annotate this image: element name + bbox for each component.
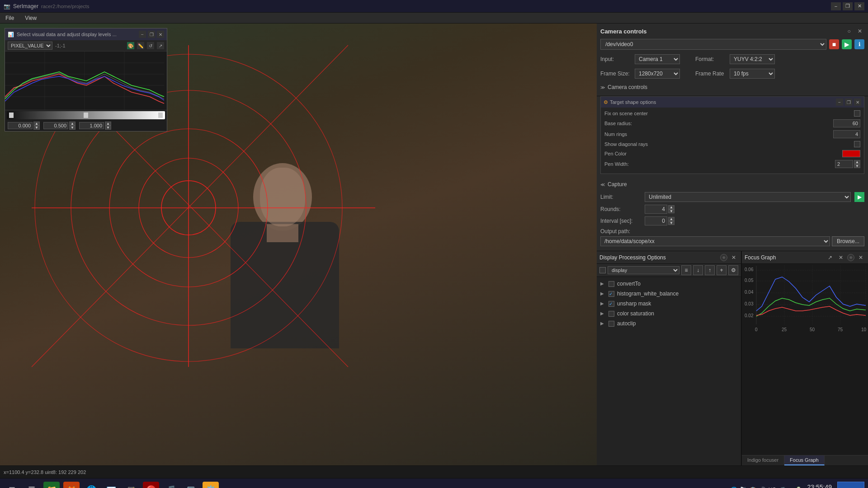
limit-select[interactable]: Unlimited xyxy=(645,192,851,202)
taskbar-icon-music[interactable]: 🎵 xyxy=(163,482,179,488)
fg-export-btn[interactable]: ↗ xyxy=(826,253,835,262)
capture-collapsible[interactable]: ≪ Capture xyxy=(600,179,864,189)
taskbar-icon-files[interactable]: 📁 xyxy=(43,482,60,488)
restore-button[interactable]: ❐ xyxy=(843,2,853,10)
capture-link: Capture xyxy=(608,181,627,188)
taskbar-icon-terminal[interactable]: 💻 xyxy=(183,482,199,488)
device-select[interactable]: /dev/video0 xyxy=(600,39,826,50)
rounds-input[interactable] xyxy=(645,205,667,214)
fg-circle-btn[interactable]: ○ xyxy=(847,254,854,261)
histogram-high-input[interactable] xyxy=(79,122,104,129)
taskbar-icon-settings[interactable]: ⚙️ xyxy=(203,482,219,488)
tree-checkbox-convertto[interactable] xyxy=(609,281,614,287)
info-button[interactable]: ℹ xyxy=(854,39,864,49)
pen-width-down[interactable]: ▼ xyxy=(854,164,860,168)
interval-input[interactable] xyxy=(645,216,667,225)
menu-view[interactable]: View xyxy=(22,14,39,22)
fg-close-btn[interactable]: ✕ xyxy=(856,253,865,262)
rounds-down[interactable]: ▼ xyxy=(668,209,675,213)
fg-tab-indigo[interactable]: Indigo focuser xyxy=(742,455,784,465)
tree-item-histogram-wb[interactable]: ▶ histogram_white_balance xyxy=(597,289,741,299)
histogram-mid-down[interactable]: ▼ xyxy=(69,126,75,130)
histogram-edit-btn[interactable]: ✏️ xyxy=(137,42,144,49)
tray-bluetooth[interactable]: 📡 xyxy=(740,487,747,488)
menu-file[interactable]: File xyxy=(3,14,17,22)
histogram-export-btn[interactable]: ↗ xyxy=(157,42,164,49)
fg-settings-btn[interactable]: ✕ xyxy=(836,253,845,262)
interval-up[interactable]: ▲ xyxy=(668,217,675,221)
camera-controls-close-btn[interactable]: ✕ xyxy=(855,27,864,35)
fg-tab-focus-graph[interactable]: Focus Graph xyxy=(784,455,825,465)
taskbar-icon-email[interactable]: 📧 xyxy=(103,482,119,488)
histogram-slider[interactable] xyxy=(7,111,165,119)
histogram-color-btn[interactable]: 🎨 xyxy=(127,42,134,49)
active-window-preview[interactable] xyxy=(837,482,864,488)
fix-scene-checkbox[interactable] xyxy=(854,110,860,117)
tree-item-color-saturation[interactable]: ▶ color saturation xyxy=(597,309,741,319)
taskbar-icon-firefox[interactable]: 🦊 xyxy=(63,482,80,488)
tree-item-unsharp[interactable]: ▶ unsharp mask xyxy=(597,299,741,309)
capture-play-button[interactable]: ▶ xyxy=(854,192,864,202)
browse-button[interactable]: Browse... xyxy=(832,236,864,246)
framerate-param-select[interactable]: 10 fps xyxy=(730,69,775,79)
dpo-up-btn[interactable]: ↑ xyxy=(705,265,715,275)
histogram-minimize[interactable]: − xyxy=(139,31,146,38)
base-radius-input[interactable] xyxy=(833,119,860,127)
histogram-type-select[interactable]: PIXEL_VALUE xyxy=(8,42,52,50)
dpo-close-btn[interactable]: ✕ xyxy=(729,253,738,262)
tray-expand[interactable]: ∧ xyxy=(788,487,793,488)
histogram-low-input[interactable] xyxy=(8,122,33,129)
rounds-up[interactable]: ▲ xyxy=(668,205,675,209)
taskbar-icon-games[interactable]: 🎮 xyxy=(123,482,139,488)
taskbar-icon-globe[interactable]: 🌐 xyxy=(83,482,99,488)
tree-checkbox-autoclip[interactable] xyxy=(609,321,614,327)
taskbar-icon-tasks[interactable]: ☰ xyxy=(24,482,40,488)
tso-restore[interactable]: ❐ xyxy=(845,99,852,106)
pen-width-up[interactable]: ▲ xyxy=(854,160,860,164)
stop-button[interactable]: ■ xyxy=(829,39,839,49)
tree-item-autoclip[interactable]: ▶ autoclip xyxy=(597,319,741,328)
tree-checkbox-histogram-wb[interactable] xyxy=(609,291,614,297)
format-param-select[interactable]: YUYV 4:2:2 xyxy=(730,54,775,64)
histogram-high-down[interactable]: ▼ xyxy=(105,126,111,130)
num-rings-input[interactable] xyxy=(833,130,860,138)
camera-controls-circle-btn[interactable]: ○ xyxy=(844,27,854,35)
dpo-config-btn[interactable]: ⚙ xyxy=(728,265,738,275)
histogram-high-up[interactable]: ▲ xyxy=(105,122,111,126)
tso-minimize[interactable]: − xyxy=(836,99,843,106)
dpo-display-select[interactable]: display xyxy=(608,266,679,274)
camera-controls-collapsible[interactable]: ≫ Camera controls xyxy=(600,82,864,92)
tray-files-tray[interactable]: 📋 xyxy=(750,487,756,488)
taskbar-icon-media[interactable]: 🔴 xyxy=(143,482,159,488)
framesize-param-select[interactable]: 1280x720 xyxy=(635,69,680,79)
taskbar-icon-start[interactable]: ⊞ xyxy=(4,482,20,488)
tree-checkbox-unsharp[interactable] xyxy=(609,301,614,307)
show-diagonal-checkbox[interactable] xyxy=(854,141,860,147)
close-button[interactable]: ✕ xyxy=(854,2,864,10)
histogram-mid-up[interactable]: ▲ xyxy=(69,122,75,126)
dpo-add-btn[interactable]: + xyxy=(717,265,726,275)
pen-color-swatch[interactable] xyxy=(842,150,860,157)
dpo-list-btn[interactable]: ≡ xyxy=(681,265,691,275)
tray-network[interactable]: 🌐 xyxy=(731,487,737,488)
input-param-select[interactable]: Camera 1 xyxy=(635,54,680,64)
interval-down[interactable]: ▼ xyxy=(668,221,675,225)
dpo-down-btn[interactable]: ↓ xyxy=(693,265,703,275)
tray-volume[interactable]: 🔊 xyxy=(759,487,766,488)
dpo-display-checkbox[interactable] xyxy=(599,267,606,273)
pen-width-input[interactable] xyxy=(835,160,853,168)
tree-checkbox-color-saturation[interactable] xyxy=(609,311,614,317)
output-path-select[interactable]: /home/data/scope/xx xyxy=(600,236,830,246)
tree-item-convertto[interactable]: ▶ convertTo xyxy=(597,279,741,289)
tray-audio[interactable]: 🎵 xyxy=(779,487,786,488)
histogram-low-down[interactable]: ▼ xyxy=(33,126,40,130)
minimize-button[interactable]: − xyxy=(831,2,841,10)
histogram-close[interactable]: ✕ xyxy=(157,31,164,38)
dpo-circle-btn[interactable]: ○ xyxy=(720,254,727,261)
tso-close[interactable]: ✕ xyxy=(854,99,861,106)
histogram-low-up[interactable]: ▲ xyxy=(33,122,40,126)
histogram-reset-btn[interactable]: ↺ xyxy=(147,42,154,49)
histogram-restore[interactable]: ❐ xyxy=(148,31,155,38)
histogram-mid-input[interactable] xyxy=(43,122,68,129)
start-button[interactable]: ▶ xyxy=(842,39,852,49)
